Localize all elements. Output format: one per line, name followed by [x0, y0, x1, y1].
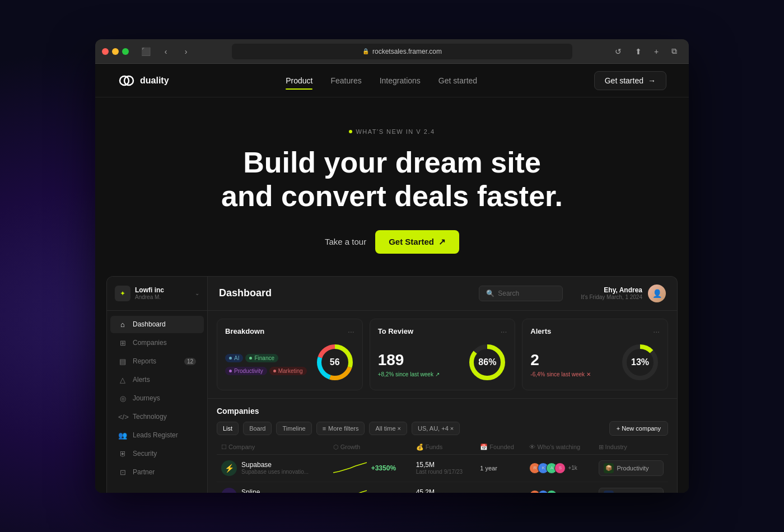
alerts-donut: 13% [620, 343, 660, 382]
nav-links: Product Features Integrations Get starte… [286, 74, 477, 87]
breakdown-card-body: AI Finance Productivity [225, 343, 354, 382]
fullscreen-button[interactable] [122, 48, 129, 55]
address-bar[interactable]: 🔒 rocketsales.framer.com [232, 44, 572, 59]
close-button[interactable] [102, 48, 109, 55]
filter-timeline-button[interactable]: Timeline [276, 422, 311, 435]
sidebar-expand-icon[interactable]: ⌄ [195, 290, 199, 296]
sidebar-item-security[interactable]: ⛨ Security [110, 445, 204, 463]
breakdown-value: 56 [330, 357, 340, 367]
company-avatar: ✦ [115, 286, 130, 301]
companies-title: Companies [217, 407, 259, 416]
sidebar-company: ✦ Lowfi inc Andrea M. [115, 286, 164, 301]
sidebar-label-technology: Technology [133, 413, 167, 421]
to-review-change: +8,2% since last week ↗ [378, 371, 461, 377]
alerts-card-menu[interactable]: ··· [653, 327, 660, 336]
alerts-card: Alerts ··· 2 -6,4% since last week ✕ [522, 319, 668, 390]
supabase-industry: 📦 Productivity [599, 460, 664, 476]
breakdown-card: Breakdown ··· AI Finance [217, 319, 363, 390]
filter-tag-country[interactable]: US, AU, +4 × [412, 422, 460, 435]
breakdown-tag-list-2: Productivity Marketing [225, 367, 309, 375]
supabase-funds: 15,5M Last round 9/17/23 [416, 461, 472, 475]
watcher-7: C [546, 490, 557, 493]
spline-name: Spline [241, 488, 309, 493]
sidebar-header: ✦ Lowfi inc Andrea M. ⌄ [107, 286, 207, 311]
nav-cta-button[interactable]: Get started → [594, 71, 666, 90]
back-button[interactable]: ‹ [158, 44, 174, 59]
to-review-card-header: To Review ··· [378, 327, 507, 336]
url-text: rocketsales.framer.com [372, 48, 442, 55]
hero-title-line1: Build your dream site [243, 146, 541, 179]
alerts-card-header: Alerts ··· [530, 327, 660, 336]
nav-link-get-started[interactable]: Get started [438, 74, 477, 87]
sidebar-label-journeys: Journeys [133, 394, 160, 402]
tag-productivity-dot [229, 370, 232, 372]
filter-board-button[interactable]: Board [243, 422, 272, 435]
new-company-button[interactable]: + New company [609, 421, 668, 436]
sidebar-item-journeys[interactable]: ◎ Journeys [110, 390, 204, 407]
supabase-name: Supabase [241, 461, 309, 469]
companies-icon: ⊞ [118, 339, 127, 347]
sidebar-item-reports[interactable]: ▤ Reports 12 [110, 353, 204, 370]
more-filters-button[interactable]: ≡ More filters [316, 422, 365, 435]
main-content: Dashboard 🔍 Search Ehy, Andrea It's Frid… [208, 277, 677, 493]
spline-funds: 45,2M Last round 3/11/23 [416, 488, 472, 493]
sidebar-item-leads[interactable]: 👥 Leads Register [110, 427, 204, 444]
dashboard-title: Dashboard [219, 287, 272, 299]
filter-icon: ≡ [323, 425, 326, 432]
logo[interactable]: duality [118, 72, 169, 90]
forward-button[interactable]: › [178, 44, 194, 59]
sidebar-item-alerts[interactable]: △ Alerts [110, 371, 204, 389]
breakdown-tags: AI Finance Productivity [225, 349, 309, 375]
supabase-logo: ⚡ [221, 460, 237, 476]
spline-funds-cell: 45,2M Last round 3/11/23 [412, 482, 476, 493]
share-button[interactable]: ⬆ [631, 44, 646, 59]
alerts-card-title: Alerts [530, 327, 551, 335]
nav-link-product[interactable]: Product [286, 74, 312, 87]
search-bar[interactable]: 🔍 Search [479, 286, 563, 301]
alerts-change: -6,4% since last week ✕ [530, 371, 614, 377]
to-review-card-menu[interactable]: ··· [501, 327, 507, 336]
table-body: ⚡ Supabase Supabase uses innovatio... [217, 454, 668, 493]
col-watchers: 👁 Who's watching [525, 440, 594, 455]
take-tour-button[interactable]: Take a tour [325, 237, 366, 246]
sidebar-item-technology[interactable]: </> Technology [110, 408, 204, 426]
breakdown-card-header: Breakdown ··· [225, 327, 354, 336]
search-placeholder: Search [498, 290, 519, 297]
minimize-button[interactable] [112, 48, 119, 55]
get-started-button[interactable]: Get Started ↗ [375, 230, 459, 254]
nav-link-features[interactable]: Features [330, 74, 361, 87]
reload-button[interactable]: ↺ [610, 44, 626, 59]
cards-row: Breakdown ··· AI Finance [208, 311, 677, 399]
badge-dot [349, 130, 352, 133]
new-tab-button[interactable]: + [648, 44, 664, 59]
watcher-4: S [554, 463, 566, 474]
sidebar-item-partner[interactable]: ⊡ Partner [110, 464, 204, 481]
alerts-icon: △ [118, 376, 127, 384]
supabase-watcher-count: +1k [568, 465, 577, 471]
sidebar-toggle-button[interactable]: ⬛ [138, 44, 153, 59]
nav-link-integrations[interactable]: Integrations [380, 74, 421, 87]
col-founded: 📅 Founded [475, 440, 525, 455]
sidebar-item-dashboard[interactable]: ⌂ Dashboard [110, 316, 204, 333]
spline-info: Spline Spline is an AI powered d... [241, 488, 309, 493]
breakdown-card-menu[interactable]: ··· [348, 327, 354, 336]
company-info: Lowfi inc Andrea M. [135, 286, 164, 300]
toolbar-right: ⬆ + ⧉ [631, 44, 682, 59]
sidebar-label-leads: Leads Register [133, 431, 178, 439]
website-content: duality Product Features Integrations Ge… [95, 64, 689, 493]
user-text: Ehy, Andrea It's Friday March, 1 2024 [581, 286, 642, 300]
tabs-button[interactable]: ⧉ [666, 44, 682, 59]
supabase-sparkline [333, 461, 367, 475]
spline-industry-cell: ⚙ AI Tech [594, 482, 668, 493]
supabase-founded: 1 year [480, 465, 497, 472]
supabase-funds-amount: 15,5M [416, 461, 472, 469]
filter-list-button[interactable]: List [217, 422, 239, 435]
spline-sparkline [333, 489, 367, 493]
reports-badge: 12 [184, 358, 196, 365]
to-review-donut: 86% [468, 343, 507, 382]
spline-logo: ◈ [221, 488, 237, 493]
hero-title-line2: and convert deals faster. [221, 180, 563, 212]
sidebar-item-companies[interactable]: ⊞ Companies [110, 334, 204, 352]
filter-tag-alltime[interactable]: All time × [369, 422, 407, 435]
get-started-label: Get Started [389, 237, 434, 246]
